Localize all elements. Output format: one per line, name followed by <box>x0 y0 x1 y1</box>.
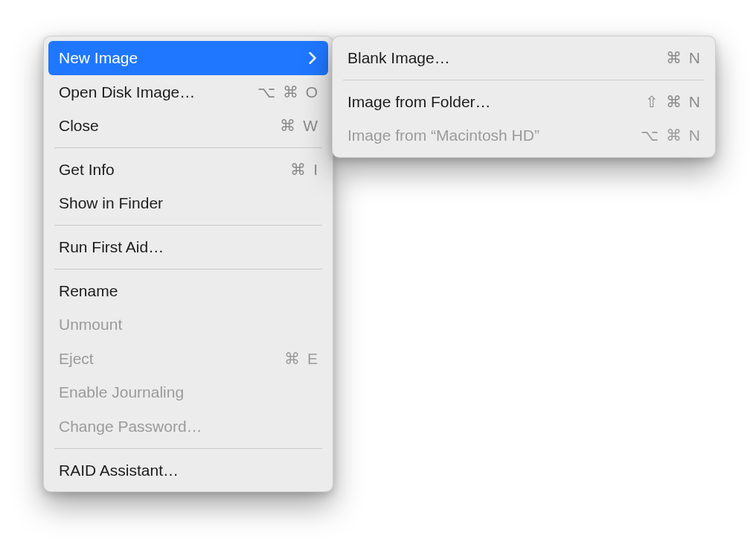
menu-item-label: Unmount <box>59 312 319 337</box>
menu-item-label: RAID Assistant… <box>59 458 319 483</box>
menu-item-shortcut: ⇧ ⌘ N <box>645 89 702 115</box>
menu-separator <box>343 80 705 80</box>
menu-item-label: Run First Aid… <box>59 235 319 260</box>
main-context-menu[interactable]: New ImageOpen Disk Image…⌥ ⌘ OClose⌘ WGe… <box>43 36 333 492</box>
menu-item-shortcut: ⌥ ⌘ N <box>641 123 702 148</box>
menu-item-shortcut: ⌘ I <box>290 157 319 182</box>
menu-item-shortcut: ⌘ W <box>280 113 319 138</box>
mainMenu-item-unmount: Unmount <box>44 307 333 342</box>
mainMenu-item-get-info[interactable]: Get Info⌘ I <box>44 153 333 187</box>
mainMenu-item-change-password: Change Password… <box>44 409 333 444</box>
mainMenu-item-run-first-aid[interactable]: Run First Aid… <box>44 230 333 264</box>
subMenu-item-image-from-folder[interactable]: Image from Folder…⇧ ⌘ N <box>333 85 715 119</box>
menu-separator <box>54 147 322 148</box>
menu-item-shortcut: ⌘ N <box>666 45 702 71</box>
mainMenu-item-raid-assistant[interactable]: RAID Assistant… <box>44 453 333 488</box>
menu-item-label: Image from Folder… <box>347 89 645 115</box>
menu-item-shortcut: ⌘ E <box>284 346 319 372</box>
menu-item-label: New Image <box>59 45 306 71</box>
menu-separator <box>54 448 322 449</box>
chevron-right-icon <box>306 52 319 64</box>
mainMenu-item-open-disk-image[interactable]: Open Disk Image…⌥ ⌘ O <box>44 75 333 109</box>
subMenu-item-blank-image[interactable]: Blank Image…⌘ N <box>333 41 715 75</box>
menu-item-label: Image from “Macintosh HD” <box>347 123 641 148</box>
mainMenu-item-eject: Eject⌘ E <box>44 342 333 376</box>
menu-item-label: Rename <box>59 278 319 304</box>
menu-item-label: Blank Image… <box>347 45 666 71</box>
mainMenu-item-close[interactable]: Close⌘ W <box>44 109 333 143</box>
menu-item-label: Close <box>59 113 280 138</box>
mainMenu-item-new-image[interactable]: New Image <box>48 41 328 75</box>
menu-item-label: Open Disk Image… <box>59 80 257 105</box>
new-image-submenu[interactable]: Blank Image…⌘ NImage from Folder…⇧ ⌘ NIm… <box>332 36 716 158</box>
menu-item-shortcut: ⌥ ⌘ O <box>257 80 319 105</box>
menu-item-label: Enable Journaling <box>59 380 319 405</box>
menu-item-label: Get Info <box>59 157 290 182</box>
menu-separator <box>54 225 322 226</box>
mainMenu-item-rename[interactable]: Rename <box>44 274 333 308</box>
menu-item-label: Show in Finder <box>59 191 319 216</box>
menu-separator <box>54 269 322 270</box>
mainMenu-item-show-in-finder[interactable]: Show in Finder <box>44 186 333 220</box>
subMenu-item-image-from-macintosh-hd: Image from “Macintosh HD”⌥ ⌘ N <box>333 118 715 153</box>
menu-item-label: Eject <box>59 346 284 372</box>
mainMenu-item-enable-journaling: Enable Journaling <box>44 375 333 409</box>
menu-item-label: Change Password… <box>59 414 319 439</box>
